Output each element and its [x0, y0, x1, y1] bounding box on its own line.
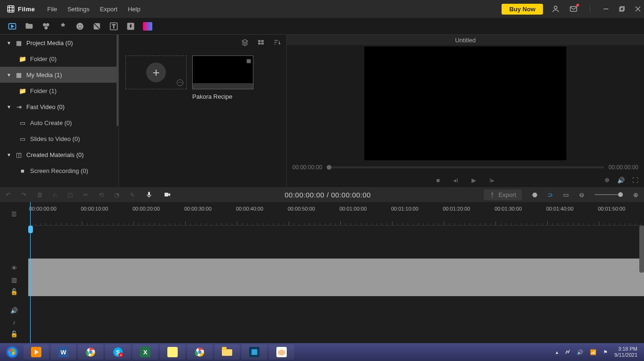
- cut-button[interactable]: ✂: [83, 191, 88, 198]
- maximize-button[interactable]: [619, 6, 625, 12]
- track-audio-vol-icon[interactable]: 🔊: [10, 307, 18, 314]
- delete-button[interactable]: 🗑: [37, 191, 43, 198]
- preview-volume-icon[interactable]: 🔊: [617, 177, 625, 184]
- speed-button[interactable]: ◔: [114, 191, 119, 198]
- timeline-menu-icon[interactable]: ☰: [0, 202, 28, 226]
- filters-tab-icon[interactable]: [92, 22, 102, 31]
- prev-frame-button[interactable]: ◂Ⅰ: [453, 177, 458, 184]
- sidebar-slides[interactable]: ▭Slides to Video (0): [0, 131, 118, 147]
- minimize-button[interactable]: [603, 6, 609, 12]
- menu-help[interactable]: Help: [128, 6, 141, 13]
- grid-view-icon[interactable]: [257, 39, 265, 46]
- sidebar-project-folder[interactable]: 📁Folder (0): [0, 51, 118, 67]
- sidebar-fast-video[interactable]: ▼⇥Fast Video (0): [0, 99, 118, 115]
- timeline-scrollbar[interactable]: [639, 226, 644, 273]
- track-lock-icon[interactable]: 🔓: [10, 288, 18, 295]
- sidebar-my-folder[interactable]: 📁Folder (1): [0, 83, 118, 99]
- taskbar-app-skype[interactable]: S4: [105, 345, 131, 360]
- track-audio-lock-icon[interactable]: 🔓: [10, 330, 18, 337]
- taskbar-app-chrome[interactable]: [78, 345, 103, 360]
- tray-battery-icon[interactable]: 🗲: [565, 349, 570, 355]
- media-tab-icon[interactable]: [8, 22, 17, 31]
- sidebar-auto-create[interactable]: ▭Auto Create (0): [0, 115, 118, 131]
- sidebar-project-media[interactable]: ▼▦Project Media (0): [0, 35, 118, 51]
- undo-button[interactable]: ↶: [6, 191, 11, 198]
- media-clip[interactable]: ▦ Pakora Recipe: [192, 55, 253, 100]
- tray-flag-icon[interactable]: ⚑: [603, 349, 608, 355]
- marker-icon[interactable]: ⬣: [532, 191, 537, 198]
- sidebar-my-media[interactable]: ▼▦My Media (1): [0, 67, 118, 83]
- preview-seek-bar[interactable]: [327, 166, 604, 168]
- import-media-button[interactable]: + ⋯: [126, 55, 187, 89]
- notifications-icon[interactable]: [569, 5, 578, 13]
- system-tray[interactable]: ▴ 🗲 🔊 📶 ⚑ 3:18 PM 9/11/2021: [556, 346, 642, 358]
- close-button[interactable]: [635, 6, 641, 12]
- export-button[interactable]: ⭱ Export: [484, 189, 522, 200]
- tray-up-icon[interactable]: ▴: [556, 349, 558, 355]
- taskbar-app-explorer[interactable]: [214, 345, 240, 360]
- record-audio-button[interactable]: [145, 191, 153, 198]
- taskbar-app-mediaplayer[interactable]: [24, 345, 49, 360]
- templates-tab-icon[interactable]: [143, 22, 152, 31]
- record-video-button[interactable]: [163, 191, 172, 198]
- timeline-ruler[interactable]: 00:00:00:00 00:00:10:00 00:00:20:00 00:0…: [28, 202, 644, 226]
- redo-button[interactable]: ↷: [21, 191, 26, 198]
- svg-point-10: [46, 23, 49, 26]
- stickers-tab-icon[interactable]: [75, 22, 85, 31]
- taskbar-clock[interactable]: 3:18 PM 9/11/2021: [614, 346, 637, 358]
- stop-button[interactable]: ■: [436, 177, 440, 184]
- trim-button[interactable]: ⟲: [99, 191, 104, 198]
- svg-rect-49: [222, 347, 227, 350]
- track-visibility-icon[interactable]: 👁: [11, 265, 17, 272]
- ratio-icon[interactable]: ▭: [563, 191, 569, 198]
- split-button[interactable]: ⎌: [53, 191, 57, 198]
- snap-icon[interactable]: ⊃: [548, 191, 553, 198]
- color-button[interactable]: ✎: [130, 191, 135, 198]
- buy-now-button[interactable]: Buy Now: [502, 4, 543, 15]
- svg-rect-32: [9, 352, 12, 354]
- svg-text:W: W: [61, 349, 67, 356]
- preview-settings-icon[interactable]: ✲: [605, 177, 610, 184]
- crop-button[interactable]: ◫: [67, 191, 73, 198]
- svg-rect-28: [165, 193, 168, 196]
- timeline-timecode: 00:00:00:00 / 00:00:00:00: [284, 191, 370, 199]
- menu-settings[interactable]: Settings: [67, 6, 89, 13]
- app-logo: Filme: [7, 5, 35, 13]
- menu-export[interactable]: Export: [100, 6, 118, 13]
- taskbar-app-notes[interactable]: [160, 345, 185, 360]
- next-frame-button[interactable]: Ⅰ▸: [489, 177, 495, 184]
- play-button[interactable]: ▶: [471, 177, 476, 184]
- sort-icon[interactable]: [273, 39, 281, 46]
- zoom-out-icon[interactable]: ⊖: [579, 191, 584, 198]
- taskbar-app-filme[interactable]: [242, 345, 267, 360]
- zoom-in-icon[interactable]: ⊕: [633, 191, 638, 198]
- preview-fullscreen-icon[interactable]: ⛶: [632, 177, 638, 184]
- folder-tab-icon[interactable]: [24, 22, 34, 31]
- account-icon[interactable]: [551, 5, 560, 13]
- tray-network-icon[interactable]: 📶: [590, 349, 597, 355]
- layers-icon[interactable]: [241, 39, 249, 46]
- timeline: ☰ 👁 ▥ 🔓 🔊 ♪ 🔓 00:00:00:00 00:00:10:00 00…: [0, 202, 644, 343]
- playhead[interactable]: [30, 202, 31, 343]
- taskbar-app-chrome2[interactable]: [187, 345, 212, 360]
- transitions-tab-icon[interactable]: [58, 22, 68, 31]
- windows-taskbar: W S4 X ▴ 🗲 🔊 📶 ⚑ 3:18 PM 9/11/2021: [0, 343, 644, 361]
- sidebar-created-materials[interactable]: ▼◫Created Materials (0): [0, 147, 118, 163]
- tray-volume-icon[interactable]: 🔊: [577, 349, 583, 355]
- start-button[interactable]: [2, 344, 23, 360]
- sidebar-scrollbar[interactable]: [117, 35, 118, 126]
- timeline-canvas[interactable]: 00:00:00:00 00:00:10:00 00:00:20:00 00:0…: [28, 202, 644, 343]
- taskbar-app-word[interactable]: W: [51, 345, 76, 360]
- video-track[interactable]: [28, 259, 644, 296]
- sidebar-screen-recording[interactable]: ■Screen Recording (0): [0, 163, 118, 179]
- taskbar-app-excel[interactable]: X: [133, 345, 158, 360]
- text-tab-icon[interactable]: T: [109, 22, 118, 31]
- taskbar-app-paint[interactable]: [269, 345, 294, 360]
- preview-video-area[interactable]: [364, 47, 566, 160]
- preview-time-left: 00:00:00:00: [292, 164, 322, 171]
- menu-file[interactable]: File: [47, 6, 57, 13]
- zoom-slider[interactable]: [595, 194, 623, 195]
- import-more-icon[interactable]: ⋯: [177, 79, 183, 86]
- audio-tab-icon[interactable]: [126, 22, 135, 31]
- effects-tab-icon[interactable]: [41, 22, 51, 31]
